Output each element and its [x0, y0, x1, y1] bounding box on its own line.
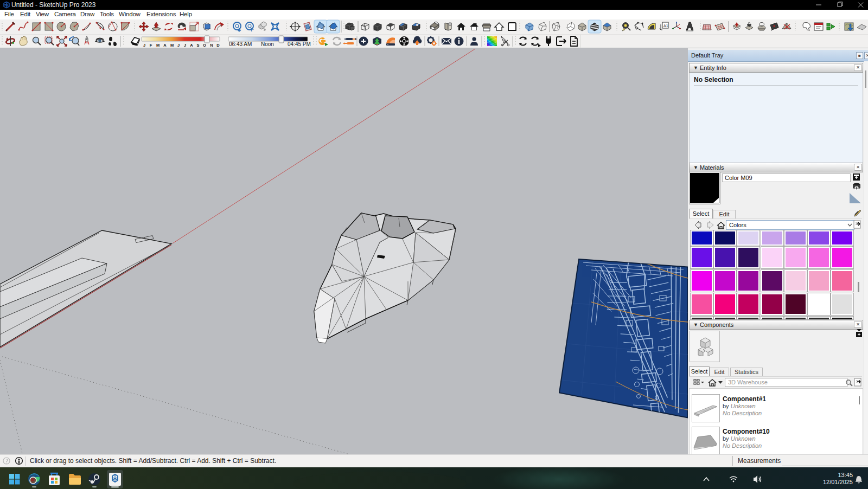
svg-text:A: A — [163, 43, 167, 48]
svg-text:A1: A1 — [663, 24, 668, 28]
svg-text:13:45: 13:45 — [838, 472, 853, 478]
svg-text:Noon: Noon — [261, 41, 274, 47]
svg-text:M: M — [156, 43, 159, 48]
svg-text:04:45 PM: 04:45 PM — [288, 41, 311, 47]
svg-text:O: O — [203, 43, 206, 48]
svg-text:06:43 AM: 06:43 AM — [229, 41, 252, 47]
svg-text:F: F — [150, 43, 152, 48]
svg-text:J: J — [184, 43, 186, 48]
svg-text:A: A — [190, 43, 193, 48]
svg-text:J: J — [177, 43, 180, 48]
svg-text:M: M — [170, 43, 174, 48]
svg-text:J: J — [143, 43, 145, 48]
svg-text:12/01/2025: 12/01/2025 — [823, 479, 853, 485]
svg-text:D: D — [216, 43, 220, 48]
svg-text:S: S — [196, 43, 199, 48]
svg-text:N: N — [210, 43, 213, 48]
